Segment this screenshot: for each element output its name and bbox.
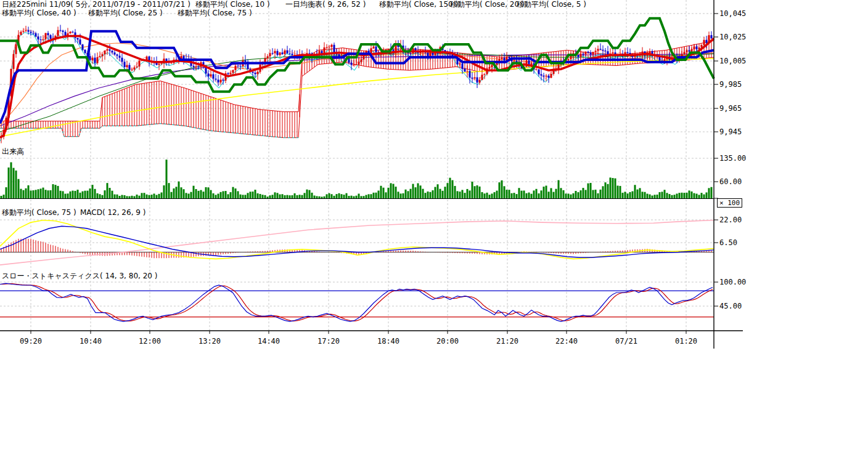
macd-legend-item-1: MACD( 12, 26, 9 ) <box>80 209 145 217</box>
chart-title: 日経225mini 11/09( 5分, 2011/07/19 - 2011/0… <box>2 1 190 9</box>
time-axis-label-9: 22:40 <box>555 338 578 346</box>
time-axis-label-3: 13:20 <box>199 338 221 346</box>
time-axis-label-1: 10:40 <box>80 338 102 346</box>
price-axis-label-0: 10,045 <box>719 10 746 18</box>
time-axis-label-7: 20:00 <box>436 338 459 346</box>
macd-axis-label-1: 6.50 <box>719 239 737 247</box>
macd-legend-item-0: 移動平均( Close, 75 ) <box>2 209 76 217</box>
chart-canvas[interactable] <box>0 0 868 473</box>
volume-multiplier-box: × 100 <box>717 198 742 208</box>
legend-item-line1-5: 移動平均( Close, 5 ) <box>517 1 586 9</box>
price-axis-label-2: 10,005 <box>719 57 746 65</box>
legend-item-line1-2: 一目均衡表( 9, 26, 52 ) <box>285 1 366 9</box>
legend-item-line2-0: 移動平均( Close, 40 ) <box>2 9 76 17</box>
time-axis-label-8: 21:20 <box>496 338 518 346</box>
legend-item-line1-1: 移動平均( Close, 10 ) <box>195 1 270 9</box>
volume-pane-label: 出来高 <box>2 148 24 156</box>
volume-axis-label-1: 60.00 <box>719 178 742 186</box>
volume-axis-label-0: 135.00 <box>719 155 746 163</box>
price-axis-label-3: 9,985 <box>719 81 742 89</box>
legend-item-line1-4: 移動平均( Close, 20 ) <box>450 1 525 9</box>
time-axis-label-0: 09:20 <box>20 338 42 346</box>
price-axis-label-4: 9,965 <box>719 105 742 113</box>
stoch-axis-label-0: 100.00 <box>719 278 746 286</box>
legend-item-line1-3: 移動平均( Close, 150 ) <box>379 1 458 9</box>
legend-item-line2-2: 移動平均( Close, 75 ) <box>178 9 252 17</box>
price-axis-label-5: 9,945 <box>719 128 742 136</box>
time-axis-label-11: 01:20 <box>675 338 697 346</box>
time-axis-label-2: 12:00 <box>139 338 161 346</box>
time-axis-label-6: 18:40 <box>377 338 399 346</box>
stoch-pane-label: スロー・ストキャスティクス( 14, 3, 80, 20 ) <box>2 272 157 280</box>
time-axis-label-4: 14:40 <box>258 338 280 346</box>
time-axis-label-5: 17:20 <box>317 338 340 346</box>
stoch-axis-label-1: 45.00 <box>719 302 742 310</box>
macd-axis-label-0: 22.00 <box>719 216 742 224</box>
time-axis-label-10: 07/21 <box>615 338 637 346</box>
chart-window: 日経225mini 11/09( 5分, 2011/07/19 - 2011/0… <box>0 0 868 473</box>
price-axis-label-1: 10,025 <box>719 33 746 41</box>
legend-item-line2-1: 移動平均( Close, 25 ) <box>88 9 163 17</box>
